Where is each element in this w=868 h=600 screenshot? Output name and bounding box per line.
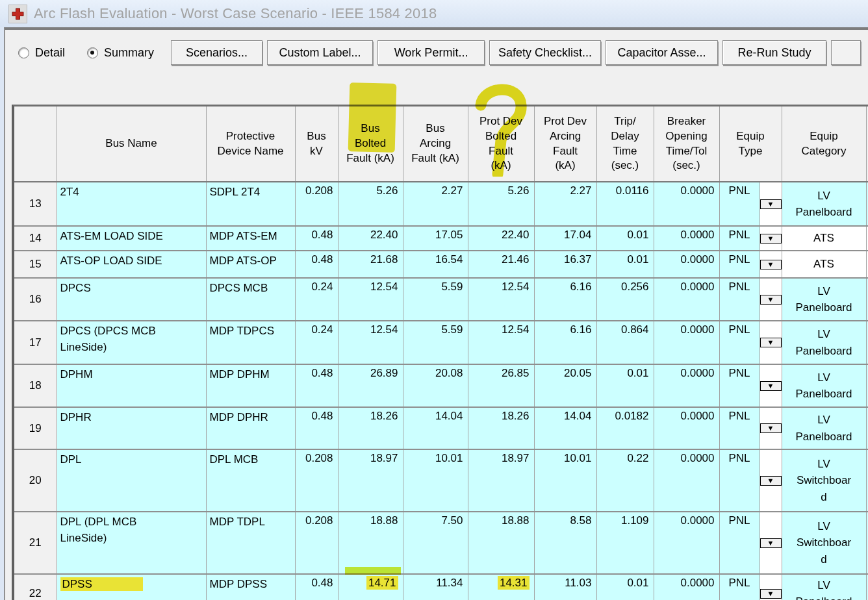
cell-bus-arcing-fault[interactable]: 7.50 xyxy=(403,512,468,574)
row-number[interactable]: 16 xyxy=(14,278,57,321)
radio-icon[interactable] xyxy=(18,47,29,58)
cell-bus-arcing-fault[interactable]: 20.08 xyxy=(403,364,468,407)
cell-breaker-opening-time[interactable]: 0.0000 xyxy=(654,321,719,364)
custom-label-button[interactable]: Custom Label... xyxy=(267,40,373,65)
cell-bus-bolted-fault[interactable]: 22.40 xyxy=(338,226,403,251)
cell-prot-dev-bolted-fault[interactable]: 14.31 xyxy=(468,574,534,600)
cell-equip-category[interactable]: LV Switchboar d xyxy=(782,449,866,512)
cell-prot-dev-bolted-fault[interactable]: 12.54 xyxy=(468,321,534,364)
cell-bus-name[interactable]: DPL xyxy=(57,449,206,512)
cell-breaker-opening-time[interactable]: 0.0000 xyxy=(654,278,719,321)
cell-breaker-opening-time[interactable]: 0.0000 xyxy=(654,226,719,251)
row-number[interactable]: 22 xyxy=(14,574,57,600)
cell-breaker-opening-time[interactable]: 0.0000 xyxy=(654,364,719,407)
cell-bus-name[interactable]: DPL (DPL MCB LineSide) xyxy=(57,512,206,574)
cell-protective-device-name[interactable]: DPCS MCB xyxy=(206,278,295,321)
cell-equip-type[interactable]: PNL xyxy=(719,574,760,600)
cell-bus-bolted-fault[interactable]: 12.54 xyxy=(338,321,403,364)
equip-type-dropdown-button[interactable]: ▼ xyxy=(760,295,782,305)
row-number[interactable]: 21 xyxy=(14,512,57,574)
cell-bus-arcing-fault[interactable]: 17.05 xyxy=(403,226,468,251)
cell-prot-dev-arcing-fault[interactable]: 11.03 xyxy=(534,574,596,600)
cell-equip-category[interactable]: LV Panelboard xyxy=(782,407,866,449)
cell-breaker-opening-time[interactable]: 0.0000 xyxy=(654,512,719,574)
cell-equip-type[interactable]: PNL xyxy=(719,449,760,512)
safety-checklist-button[interactable]: Safety Checklist... xyxy=(489,40,601,65)
row-number[interactable]: 20 xyxy=(14,449,57,512)
cell-bus-bolted-fault[interactable]: 14.71 xyxy=(338,574,403,600)
cell-equip-category[interactable]: LV Panelboard xyxy=(782,182,866,226)
equip-type-dropdown-button[interactable]: ▼ xyxy=(760,589,782,599)
cell-equip-category[interactable]: LV Panelboard xyxy=(782,278,866,321)
cell-breaker-opening-time[interactable]: 0.0000 xyxy=(654,251,719,278)
scenarios-button[interactable]: Scenarios... xyxy=(171,40,262,65)
cell-protective-device-name[interactable]: MDP ATS-OP xyxy=(206,251,295,278)
cell-bus-bolted-fault[interactable]: 12.54 xyxy=(338,278,403,321)
cell-protective-device-name[interactable]: MDP ATS-EM xyxy=(206,226,295,251)
cell-prot-dev-bolted-fault[interactable]: 18.88 xyxy=(468,512,534,574)
cell-equip-category[interactable]: LV Panelboard xyxy=(782,364,866,407)
cell-bus-bolted-fault[interactable]: 26.89 xyxy=(338,364,403,407)
equip-type-dropdown-button[interactable]: ▼ xyxy=(760,423,782,433)
cell-bus-kv[interactable]: 0.48 xyxy=(295,226,338,251)
cell-breaker-opening-time[interactable]: 0.0000 xyxy=(654,574,719,600)
cell-bus-kv[interactable]: 0.208 xyxy=(295,512,338,574)
cell-equip-type[interactable]: PNL xyxy=(719,278,760,321)
cell-bus-name[interactable]: DPSS xyxy=(57,574,206,600)
capacitor-asse-button[interactable]: Capacitor Asse... xyxy=(606,40,718,65)
cell-bus-name[interactable]: DPHR xyxy=(57,407,206,449)
cell-bus-kv[interactable]: 0.48 xyxy=(295,364,338,407)
row-number[interactable]: 18 xyxy=(14,364,57,407)
cell-bus-kv[interactable]: 0.48 xyxy=(295,574,338,600)
cell-protective-device-name[interactable]: MDP DPSS xyxy=(206,574,295,600)
cell-equip-category[interactable]: LV Switchboar d xyxy=(782,512,866,574)
cell-prot-dev-arcing-fault[interactable]: 16.37 xyxy=(534,251,596,278)
cell-trip-delay-time[interactable]: 0.256 xyxy=(596,278,654,321)
cell-bus-kv[interactable]: 0.48 xyxy=(295,407,338,449)
cell-breaker-opening-time[interactable]: 0.0000 xyxy=(654,182,719,226)
cell-trip-delay-time[interactable]: 0.0116 xyxy=(596,182,654,226)
cell-prot-dev-arcing-fault[interactable]: 6.16 xyxy=(534,278,596,321)
cell-trip-delay-time[interactable]: 0.01 xyxy=(596,226,654,251)
cell-protective-device-name[interactable]: MDP DPHM xyxy=(206,364,295,407)
cell-protective-device-name[interactable]: MDP TDPCS xyxy=(206,321,295,364)
cell-bus-kv[interactable]: 0.48 xyxy=(295,251,338,278)
cell-bus-bolted-fault[interactable]: 18.26 xyxy=(338,407,403,449)
cell-bus-bolted-fault[interactable]: 21.68 xyxy=(338,251,403,278)
cell-bus-arcing-fault[interactable]: 5.59 xyxy=(403,321,468,364)
cell-equip-type[interactable]: PNL xyxy=(719,182,760,226)
cell-equip-type[interactable]: PNL xyxy=(719,226,760,251)
cell-equip-category[interactable]: ATS xyxy=(782,251,866,278)
row-number[interactable]: 14 xyxy=(14,226,57,251)
cell-prot-dev-bolted-fault[interactable]: 21.46 xyxy=(468,251,534,278)
row-number[interactable]: 17 xyxy=(14,321,57,364)
summary-radio[interactable]: Summary xyxy=(87,46,154,60)
row-number[interactable]: 19 xyxy=(14,407,57,449)
radio-icon[interactable] xyxy=(87,47,98,58)
cell-equip-category[interactable]: LV Panelboard xyxy=(782,574,866,600)
equip-type-dropdown-button[interactable]: ▼ xyxy=(760,199,782,209)
cell-bus-kv[interactable]: 0.208 xyxy=(295,449,338,512)
cell-bus-arcing-fault[interactable]: 10.01 xyxy=(403,449,468,512)
cell-prot-dev-bolted-fault[interactable]: 12.54 xyxy=(468,278,534,321)
cell-breaker-opening-time[interactable]: 0.0000 xyxy=(654,407,719,449)
cell-equip-category[interactable]: ATS xyxy=(782,226,866,251)
cell-protective-device-name[interactable]: MDP TDPL xyxy=(206,512,295,574)
equip-type-dropdown-button[interactable]: ▼ xyxy=(760,476,782,486)
cell-prot-dev-arcing-fault[interactable]: 8.58 xyxy=(534,512,596,574)
cell-trip-delay-time[interactable]: 0.01 xyxy=(596,364,654,407)
cell-bus-name[interactable]: ATS-EM LOAD SIDE xyxy=(57,226,206,251)
cell-bus-name[interactable]: DPCS xyxy=(57,278,206,321)
cell-prot-dev-bolted-fault[interactable]: 5.26 xyxy=(468,182,534,226)
cell-prot-dev-arcing-fault[interactable]: 17.04 xyxy=(534,226,596,251)
cell-prot-dev-arcing-fault[interactable]: 20.05 xyxy=(534,364,596,407)
cell-bus-kv[interactable]: 0.208 xyxy=(295,182,338,226)
cell-prot-dev-arcing-fault[interactable]: 2.27 xyxy=(534,182,596,226)
detail-radio[interactable]: Detail xyxy=(18,46,65,60)
cell-equip-type[interactable]: PNL xyxy=(719,364,760,407)
cell-bus-bolted-fault[interactable]: 18.97 xyxy=(338,449,403,512)
cell-prot-dev-bolted-fault[interactable]: 26.85 xyxy=(468,364,534,407)
cell-equip-category[interactable]: LV Panelboard xyxy=(782,321,866,364)
cell-bus-kv[interactable]: 0.24 xyxy=(295,278,338,321)
work-permit-button[interactable]: Work Permit... xyxy=(377,40,485,65)
